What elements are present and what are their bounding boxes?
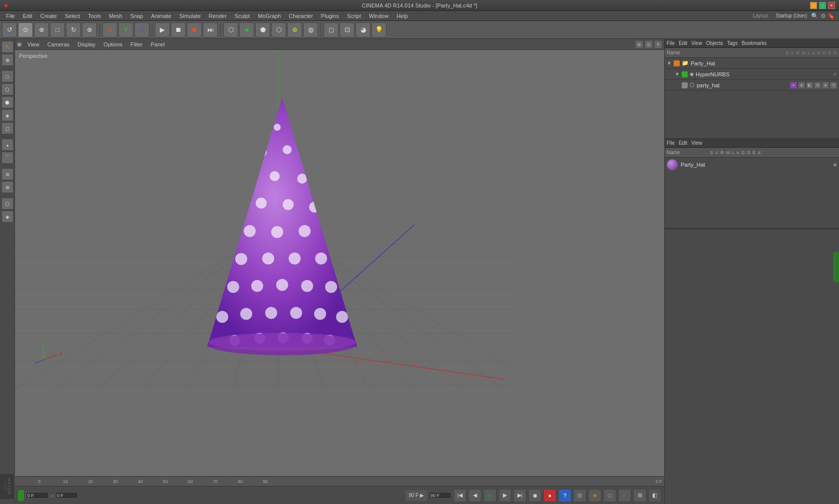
move-button[interactable]: ⊕ [34,22,49,37]
tool-select[interactable]: ↖ [1,41,13,53]
tool-f[interactable]: ◈ [1,211,13,223]
y-button[interactable]: Y [118,22,133,37]
key-button[interactable]: ◈ [588,489,601,502]
stop-button[interactable]: ⏹ [171,22,186,37]
menu-tools[interactable]: Tools [84,12,105,20]
help-button[interactable]: ? [558,489,571,502]
3d-viewport[interactable]: Perspective [15,50,664,476]
next-button[interactable]: ⏭ [203,22,218,37]
menu-script[interactable]: Script [343,12,365,20]
ps-button[interactable]: P [618,489,631,502]
record2-button[interactable]: ⏺ [528,489,541,502]
vp-icon-close[interactable]: ✕ [654,40,662,48]
tool-point[interactable]: □ [1,70,13,82]
maximize-button[interactable]: □ [819,2,826,9]
obj-tag-4[interactable]: ⊞ [814,82,821,89]
menu-help[interactable]: Help [393,12,412,20]
go-end-button[interactable]: ▶| [513,489,526,502]
mat-menu-edit[interactable]: Edit [679,140,687,146]
menu-edit[interactable]: Edit [19,12,36,20]
obj-menu-view[interactable]: View [691,40,702,46]
red-mode-button[interactable]: ● [543,489,556,502]
snap2-button[interactable]: ⊡ [340,22,355,37]
menu-render[interactable]: Render [205,12,231,20]
menu-create[interactable]: Create [36,12,61,20]
vp-icon-expand[interactable]: ⊕ [635,40,643,48]
hex-button[interactable]: ⬡ [223,22,238,37]
tool-a[interactable]: ⬥ [1,139,13,151]
obj-tag-5[interactable]: ◈ [822,82,829,89]
x-button[interactable]: ✕ [102,22,117,37]
vp-icon-pin[interactable]: ◎ [645,40,653,48]
mat-menu-file[interactable]: File [667,140,675,146]
obj-menu-file[interactable]: File [667,40,675,46]
menu-select[interactable]: Select [61,12,84,20]
tool-texture[interactable]: ◻ [1,122,13,134]
scale-button[interactable]: □ [50,22,65,37]
vp-menu-display[interactable]: Display [75,40,97,48]
obj-row-hypernurbs[interactable]: ▼ ◈ HyperNURBS ✓ [665,69,839,80]
record-button[interactable]: ▶ [155,22,170,37]
cam-button[interactable]: ◍ [303,22,318,37]
tool-edge[interactable]: ⬡ [1,83,13,95]
menu-simulate[interactable]: Simulate [175,12,205,20]
vp-menu-filter[interactable]: Filter [128,40,144,48]
mat-row-partyhat[interactable]: Party_Hat ✕ [665,158,839,172]
menu-character[interactable]: Character [285,12,317,20]
menu-file[interactable]: File [2,12,19,20]
layout-value[interactable]: Startup (User) [776,13,812,18]
tool-b[interactable]: ⌒ [1,152,13,164]
bulb-button[interactable]: 💡 [372,22,387,37]
hex2-button[interactable]: ⬡ [271,22,286,37]
prev-frame-button[interactable]: ◀ [468,489,481,502]
vp-menu-cameras[interactable]: Cameras [45,40,72,48]
rotate-button[interactable]: ↻ [66,22,81,37]
obj-check[interactable]: ✓ [833,71,837,77]
obj2-button[interactable]: □ [603,489,616,502]
obj-tag-1[interactable]: ● [790,82,797,89]
menu-mesh[interactable]: Mesh [105,12,126,20]
end-frame-input[interactable] [429,492,451,499]
grid-button[interactable]: ◻ [324,22,339,37]
menu-sculpt[interactable]: Sculpt [231,12,254,20]
menu-plugins[interactable]: Plugins [317,12,343,20]
undo-button[interactable]: ↺ [2,22,17,37]
layout-icons[interactable]: 🔍 ⚙ 🔖 [811,12,837,19]
play-button[interactable]: ▶ [483,489,496,502]
tool-polygon[interactable]: ⬟ [1,96,13,108]
menu-animate[interactable]: Animate [147,12,175,20]
obj-row-mesh[interactable]: ⬡ party_hat ● ◈ ◧ ⊞ ◈ ✕ [665,80,839,91]
close-button[interactable]: ✕ [828,2,835,9]
current-frame-input[interactable] [26,492,48,499]
tool-model[interactable]: ◈ [1,109,13,121]
tool-c[interactable]: ≋ [1,168,13,180]
tool-d[interactable]: ⊛ [1,181,13,193]
obj-row-partyhat[interactable]: ▼ 📁 Party_Hat [665,58,839,69]
sphere-button[interactable]: ◈ [239,22,254,37]
vp-menu-view[interactable]: View [25,40,41,48]
add-button[interactable]: ⊕ [82,22,97,37]
obj-menu-edit[interactable]: Edit [679,40,687,46]
record-active-button[interactable]: ⏺ [187,22,202,37]
side-expand-tab[interactable] [833,252,839,282]
obj-tag-6[interactable]: ✕ [830,82,837,89]
vp-menu-panel[interactable]: Panel [149,40,167,48]
mat-menu-view[interactable]: View [691,140,702,146]
z-button[interactable]: Z [134,22,149,37]
menu-snap[interactable]: Snap [126,12,147,20]
light-button[interactable]: ⊛ [287,22,302,37]
info-button[interactable]: ◧ [648,489,661,502]
start-frame-input[interactable] [55,492,78,499]
vp-menu-options[interactable]: Options [101,40,124,48]
menu-mograph[interactable]: MoGraph [254,12,285,20]
obj-menu-tags[interactable]: Tags [727,40,738,46]
obj-tag-3[interactable]: ◧ [806,82,813,89]
anim-button[interactable]: ◎ [573,489,586,502]
menu-window[interactable]: Window [365,12,393,20]
obj-tag-2[interactable]: ◈ [798,82,805,89]
tool-move[interactable]: ⊕ [1,54,13,66]
stereo-button[interactable]: ◕ [356,22,371,37]
mode-button[interactable]: ⊙ [18,22,33,37]
obj-menu-objects[interactable]: Objects [706,40,723,46]
torus-button[interactable]: ⬟ [255,22,270,37]
